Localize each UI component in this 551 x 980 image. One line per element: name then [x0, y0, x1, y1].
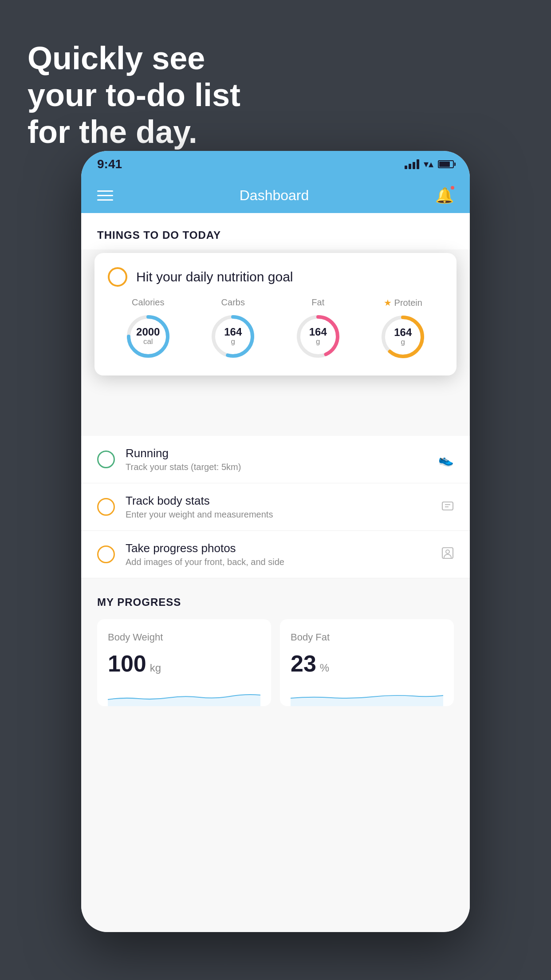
todo-item-photos[interactable]: Take progress photos Add images of your …: [81, 531, 470, 578]
fat-label: Fat: [311, 297, 324, 308]
fat-ring: 164 g: [294, 312, 342, 361]
body-stats-text: Track body stats Enter your weight and m…: [126, 494, 431, 520]
photos-title: Take progress photos: [126, 541, 431, 555]
protein-value: 164: [394, 327, 412, 338]
svg-point-12: [446, 550, 449, 553]
fat-stat: Fat 164 g: [294, 297, 342, 361]
shoe-icon: 👟: [438, 452, 454, 467]
protein-stat: ★ Protein 164 g: [378, 297, 427, 361]
fat-unit: g: [309, 337, 327, 346]
body-fat-chart: [291, 684, 443, 706]
battery-icon: [438, 160, 454, 168]
hamburger-menu-button[interactable]: [97, 190, 113, 201]
scale-icon: [441, 499, 454, 515]
status-icons: ▾▴: [405, 158, 454, 170]
svg-rect-8: [442, 502, 453, 510]
fat-value: 164: [309, 327, 327, 337]
calories-ring: 2000 cal: [124, 312, 173, 361]
protein-unit: g: [394, 338, 412, 347]
body-stats-check-circle: [97, 498, 115, 516]
body-weight-chart: [108, 684, 260, 706]
todo-item-running[interactable]: Running Track your stats (target: 5km) 👟: [81, 436, 470, 483]
running-subtitle: Track your stats (target: 5km): [126, 462, 428, 472]
calories-stat: Calories 2000 cal: [124, 297, 173, 361]
protein-label: ★ Protein: [384, 297, 422, 308]
notification-dot: [450, 185, 455, 190]
background-headline: Quickly see your to-do list for the day.: [28, 40, 240, 150]
body-weight-unit: kg: [150, 662, 161, 674]
body-weight-card[interactable]: Body Weight 100 kg: [97, 619, 271, 706]
nutrition-stats: Calories 2000 cal Carbs: [108, 297, 443, 361]
calories-value: 2000: [136, 327, 160, 337]
running-title: Running: [126, 447, 428, 460]
body-fat-unit: %: [320, 662, 329, 674]
photos-text: Take progress photos Add images of your …: [126, 541, 431, 567]
todo-item-body-stats[interactable]: Track body stats Enter your weight and m…: [81, 483, 470, 531]
photos-check-circle: [97, 545, 115, 563]
running-text: Running Track your stats (target: 5km): [126, 447, 428, 472]
wifi-icon: ▾▴: [424, 158, 433, 170]
notification-bell-button[interactable]: 🔔: [435, 186, 454, 204]
phone-mockup: 9:41 ▾▴ Dashboard 🔔 THINGS TO DO TOD: [81, 151, 470, 932]
my-progress-title: MY PROGRESS: [97, 596, 454, 609]
body-weight-card-title: Body Weight: [108, 632, 260, 643]
body-weight-number: 100: [108, 650, 146, 677]
nutrition-check-circle: [108, 267, 127, 287]
nav-title: Dashboard: [240, 187, 309, 204]
signal-bars-icon: [405, 159, 419, 169]
nutrition-card[interactable]: Hit your daily nutrition goal Calories 2…: [94, 253, 457, 375]
photos-subtitle: Add images of your front, back, and side: [126, 557, 431, 567]
todo-list: Running Track your stats (target: 5km) 👟…: [81, 436, 470, 578]
headline-line2: your to-do list: [28, 77, 240, 113]
calories-unit: cal: [136, 337, 160, 346]
things-to-do-header: THINGS TO DO TODAY: [81, 213, 470, 249]
portrait-icon: [441, 547, 454, 562]
status-bar: 9:41 ▾▴: [81, 151, 470, 178]
protein-ring: 164 g: [378, 312, 427, 361]
running-check-circle: [97, 450, 115, 468]
nav-bar: Dashboard 🔔: [81, 178, 470, 213]
body-fat-card-title: Body Fat: [291, 632, 443, 643]
progress-cards: Body Weight 100 kg Body Fat: [97, 619, 454, 706]
my-progress-section: MY PROGRESS Body Weight 100 kg: [81, 578, 470, 719]
carbs-unit: g: [224, 337, 242, 346]
body-fat-value: 23 %: [291, 650, 443, 677]
star-icon: ★: [384, 297, 392, 308]
body-stats-subtitle: Enter your weight and measurements: [126, 510, 431, 520]
carbs-ring: 164 g: [209, 312, 257, 361]
body-fat-number: 23: [291, 650, 316, 677]
nutrition-goal-title: Hit your daily nutrition goal: [136, 269, 293, 285]
body-stats-title: Track body stats: [126, 494, 431, 508]
app-content: THINGS TO DO TODAY Hit your daily nutrit…: [81, 213, 470, 932]
calories-label: Calories: [132, 297, 164, 308]
headline-line3: for the day.: [28, 114, 197, 150]
nutrition-card-header: Hit your daily nutrition goal: [108, 267, 443, 287]
carbs-label: Carbs: [221, 297, 245, 308]
body-weight-value: 100 kg: [108, 650, 260, 677]
body-fat-card[interactable]: Body Fat 23 %: [280, 619, 454, 706]
carbs-stat: Carbs 164 g: [209, 297, 257, 361]
headline-line1: Quickly see: [28, 40, 205, 76]
status-time: 9:41: [97, 157, 122, 171]
carbs-value: 164: [224, 327, 242, 337]
